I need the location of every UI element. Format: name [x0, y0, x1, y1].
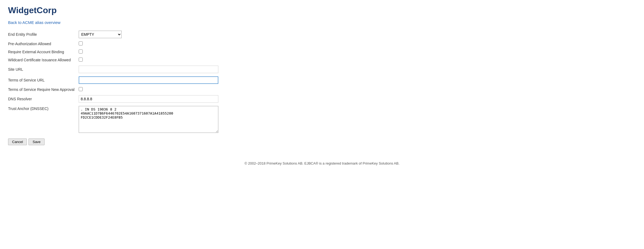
- checkbox-terms-of-service-require-new-approval[interactable]: [79, 87, 83, 91]
- site-url-input[interactable]: [79, 66, 218, 73]
- row-trust-anchor-dnssec: Trust Anchor (DNSSEC): [8, 104, 220, 135]
- form-buttons: Cancel Save: [8, 138, 636, 145]
- app-title: WidgetCorp: [8, 5, 636, 15]
- back-link[interactable]: Back to ACME alias overview: [8, 20, 60, 25]
- row-pre-authorization-allowed: Pre-Authorization Allowed: [8, 40, 220, 48]
- checkbox-require-external-account-binding[interactable]: [79, 49, 83, 54]
- label-require-external-account-binding: Require External Account Binding: [8, 48, 79, 56]
- row-dns-resolver: DNS Resolver: [8, 94, 220, 104]
- checkbox-wildcard-certificate-issuance-allowed[interactable]: [79, 58, 83, 62]
- row-require-external-account-binding: Require External Account Binding: [8, 48, 220, 56]
- checkbox-pre-authorization-allowed[interactable]: [79, 41, 83, 45]
- label-wildcard-certificate-issuance-allowed: Wildcard Certificate Issuance Allowed: [8, 56, 79, 64]
- label-site-url: Site URL: [8, 64, 79, 75]
- label-trust-anchor-dnssec: Trust Anchor (DNSSEC): [8, 104, 79, 135]
- row-site-url: Site URL: [8, 64, 220, 75]
- end-entity-profile-select[interactable]: EMPTY: [79, 31, 122, 38]
- row-end-entity-profile: End Entity Profile EMPTY: [8, 29, 220, 40]
- cancel-button[interactable]: Cancel: [8, 138, 27, 145]
- dns-resolver-input[interactable]: [79, 95, 218, 103]
- save-button[interactable]: Save: [28, 138, 45, 145]
- row-wildcard-certificate-issuance-allowed: Wildcard Certificate Issuance Allowed: [8, 56, 220, 64]
- row-terms-of-service-url: Terms of Service URL: [8, 75, 220, 86]
- label-pre-authorization-allowed: Pre-Authorization Allowed: [8, 40, 79, 48]
- label-dns-resolver: DNS Resolver: [8, 94, 79, 104]
- footer-text: © 2002–2018 PrimeKey Solutions AB. EJBCA…: [245, 161, 400, 165]
- label-terms-of-service-require-new-approval: Terms of Service Require New Approval: [8, 86, 79, 94]
- trust-anchor-dnssec-textarea[interactable]: [79, 106, 218, 133]
- terms-of-service-url-input[interactable]: [79, 76, 218, 84]
- row-terms-of-service-require-new-approval: Terms of Service Require New Approval: [8, 86, 220, 94]
- label-terms-of-service-url: Terms of Service URL: [8, 75, 79, 86]
- form-table: End Entity Profile EMPTY Pre-Authorizati…: [8, 29, 220, 135]
- label-end-entity-profile: End Entity Profile: [8, 29, 79, 40]
- footer: © 2002–2018 PrimeKey Solutions AB. EJBCA…: [8, 161, 636, 165]
